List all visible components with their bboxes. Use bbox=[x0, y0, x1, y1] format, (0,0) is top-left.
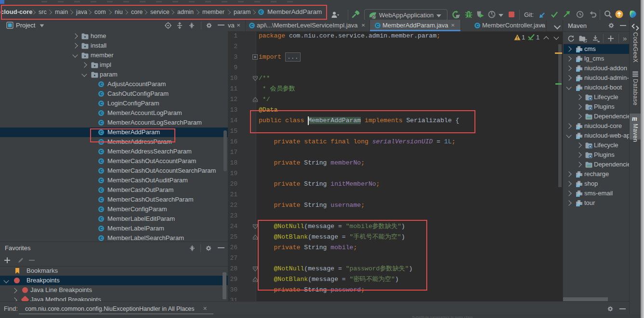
svg-text:m: m bbox=[577, 135, 580, 140]
svg-text:m: m bbox=[577, 203, 580, 207]
svg-text:m: m bbox=[577, 77, 580, 82]
svg-text:m: m bbox=[577, 183, 580, 188]
svg-text:m: m bbox=[577, 49, 580, 53]
svg-text:m: m bbox=[577, 58, 580, 63]
svg-text:m: m bbox=[577, 68, 580, 72]
svg-text:m: m bbox=[577, 174, 580, 178]
svg-text:m: m bbox=[577, 193, 580, 197]
svg-text:m: m bbox=[577, 87, 580, 91]
svg-text:m: m bbox=[577, 126, 580, 130]
